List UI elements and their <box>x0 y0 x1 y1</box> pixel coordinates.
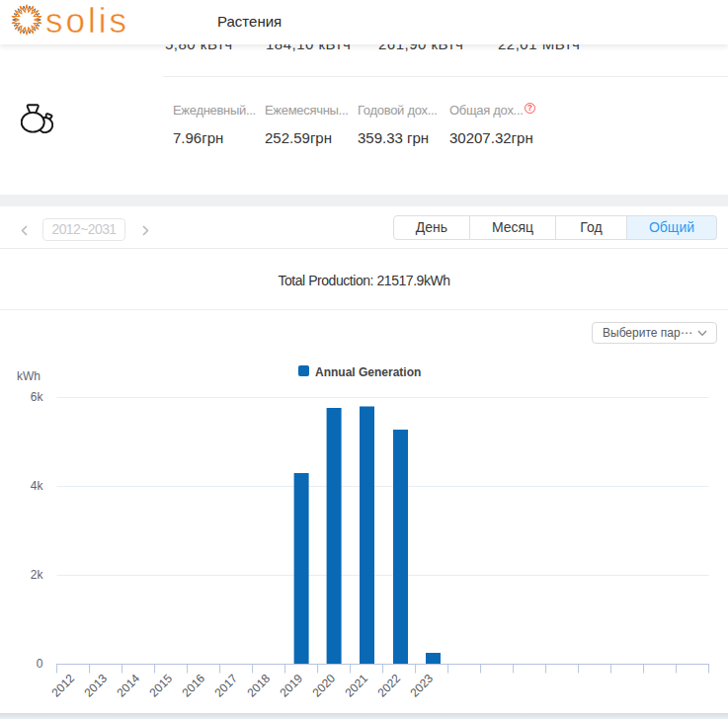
svg-text:2k: 2k <box>31 568 44 582</box>
svg-text:2021: 2021 <box>342 671 370 699</box>
svg-text:2019: 2019 <box>277 671 305 699</box>
svg-text:6k: 6k <box>31 390 44 404</box>
svg-text:2015: 2015 <box>146 671 175 699</box>
svg-text:2018: 2018 <box>244 671 273 699</box>
svg-text:2016: 2016 <box>179 671 207 699</box>
svg-text:2022: 2022 <box>374 671 403 699</box>
svg-text:0: 0 <box>37 657 43 671</box>
svg-text:2014: 2014 <box>114 671 142 699</box>
svg-text:4k: 4k <box>31 479 44 493</box>
svg-text:Annual Generation: Annual Generation <box>315 365 421 379</box>
svg-text:kWh: kWh <box>17 369 40 383</box>
svg-text:2023: 2023 <box>407 671 436 699</box>
svg-text:2017: 2017 <box>211 671 240 699</box>
svg-text:2013: 2013 <box>81 671 110 699</box>
svg-text:2020: 2020 <box>309 671 338 699</box>
svg-text:2012: 2012 <box>48 671 77 699</box>
